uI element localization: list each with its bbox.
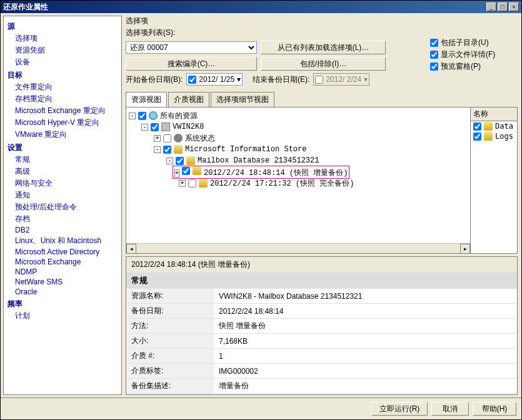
- backup-set-selected[interactable]: 2012/2/24 18:48:14 (快照 增量备份): [204, 169, 348, 178]
- database-icon: [174, 145, 183, 154]
- detail-value: 1: [214, 349, 517, 364]
- tree-checkbox[interactable]: [151, 123, 159, 131]
- file-checkbox[interactable]: [473, 122, 481, 131]
- sidebar-item[interactable]: 存档重定向: [15, 94, 118, 104]
- sidebar-item[interactable]: DB2: [15, 226, 118, 234]
- detail-value: 增量备份: [214, 379, 517, 394]
- sidebar-item[interactable]: NDMP: [15, 268, 118, 276]
- tree-collapse-icon[interactable]: -: [141, 124, 148, 131]
- start-date-label: 开始备份日期(B):: [126, 74, 183, 85]
- sidebar-item[interactable]: Microsoft Exchange 重定向: [15, 106, 118, 116]
- tree-expand-icon[interactable]: +: [179, 180, 186, 187]
- cancel-button[interactable]: 取消: [431, 402, 469, 416]
- tree-collapse-icon[interactable]: -: [129, 112, 136, 119]
- start-date-input[interactable]: 2012/ 1/25 ▾: [186, 73, 243, 86]
- tree-checkbox[interactable]: [138, 112, 146, 120]
- detail-value: 2012/2/24 18:48:14: [214, 304, 517, 319]
- detail-label: 备份集描述:: [126, 379, 214, 394]
- scroll-left-icon[interactable]: ◂: [126, 244, 136, 254]
- preview-pane-checkbox[interactable]: [430, 62, 438, 71]
- mailbox-icon: [186, 156, 195, 165]
- sidebar-item[interactable]: 通知: [15, 190, 118, 201]
- sidebar-item[interactable]: Microsoft Hyper-V 重定向: [15, 118, 118, 128]
- close-button[interactable]: ×: [509, 2, 519, 11]
- detail-section-title: 常规: [126, 272, 517, 289]
- file-list-header[interactable]: 名称: [471, 108, 517, 121]
- sidebar-item[interactable]: 文件重定向: [15, 82, 118, 92]
- tab[interactable]: 介质视图: [168, 92, 209, 107]
- tree-checkbox[interactable]: [182, 167, 190, 175]
- folder-icon: [484, 122, 493, 131]
- sidebar-item[interactable]: 计划: [15, 311, 118, 321]
- run-now-button[interactable]: 立即运行(R): [371, 402, 428, 416]
- gear-icon: [174, 134, 183, 142]
- detail-value: 7,168KB: [214, 334, 517, 349]
- detail-label: 介质标签:: [126, 364, 214, 379]
- detail-label: 介质 #:: [126, 349, 214, 364]
- backup-set-icon: [199, 179, 208, 188]
- minimize-button[interactable]: _: [486, 2, 496, 11]
- include-subdirs-checkbox[interactable]: [430, 39, 438, 47]
- sidebar-item[interactable]: 资源凭据: [15, 45, 118, 56]
- file-list-panel: 名称 Data Logs: [470, 108, 517, 253]
- detail-value: 快照 增量备份: [214, 319, 517, 334]
- load-from-list-button[interactable]: 从已有列表加载选择项(L)…: [261, 41, 386, 54]
- tree-checkbox[interactable]: [163, 134, 171, 142]
- tree-checkbox[interactable]: [176, 157, 184, 165]
- sidebar-item[interactable]: NetWare SMS: [15, 278, 118, 286]
- sidebar-item[interactable]: 预处理/后处理命令: [15, 202, 118, 212]
- detail-value: IMG000002: [214, 364, 517, 379]
- scroll-right-icon[interactable]: ▸: [460, 244, 470, 254]
- selection-list-dropdown[interactable]: 还原 00007: [126, 41, 257, 54]
- chevron-down-icon[interactable]: ▾: [364, 75, 368, 84]
- window-title: 还原作业属性: [3, 2, 48, 12]
- maximize-button[interactable]: □: [498, 2, 508, 11]
- detail-label: 资源名称:: [126, 289, 214, 304]
- sidebar-item[interactable]: 设备: [15, 57, 118, 68]
- sidebar-item[interactable]: 存档: [15, 214, 118, 224]
- tree-expand-icon[interactable]: +: [154, 135, 161, 142]
- sidebar-item[interactable]: 网络与安全: [15, 178, 118, 189]
- detail-panel: 2012/2/24 18:48:14 (快照 增量备份) 常规 资源名称:VWI…: [126, 256, 518, 395]
- help-button[interactable]: 帮助(H): [473, 402, 516, 416]
- tab-content: -所有的资源 -VWIN2K8 +系统状态 -Microsoft Informa…: [126, 107, 518, 254]
- backup-set-icon: [193, 166, 201, 175]
- tab[interactable]: 选择项细节视图: [211, 92, 274, 107]
- end-date-label: 结束备份日期(E):: [253, 74, 309, 85]
- tree-collapse-icon[interactable]: -: [154, 146, 161, 153]
- resource-tree[interactable]: -所有的资源 -VWIN2K8 +系统状态 -Microsoft Informa…: [126, 108, 470, 253]
- horizontal-scrollbar[interactable]: ◂ ▸: [126, 243, 470, 253]
- detail-table: 资源名称:VWIN2K8 - Mailbox Database 21345123…: [126, 289, 517, 395]
- end-date-checkbox[interactable]: [315, 76, 323, 84]
- titlebar: 还原作业属性 _ □ ×: [1, 1, 521, 13]
- sidebar-item[interactable]: Microsoft Active Directory: [15, 248, 118, 256]
- file-checkbox[interactable]: [473, 132, 481, 141]
- sidebar: 源选择项资源凭据设备目标文件重定向存档重定向Microsoft Exchange…: [3, 16, 122, 395]
- end-date-input[interactable]: 2012/ 2/24 ▾: [313, 73, 369, 86]
- tree-collapse-icon[interactable]: -: [166, 158, 173, 164]
- tree-expand-icon[interactable]: +: [174, 169, 179, 178]
- show-details-checkbox[interactable]: [430, 51, 438, 59]
- sidebar-heading[interactable]: 频率: [8, 299, 118, 309]
- sidebar-item[interactable]: VMware 重定向: [15, 129, 118, 140]
- chevron-down-icon[interactable]: ▾: [237, 75, 241, 84]
- sidebar-item[interactable]: 高级: [15, 166, 118, 177]
- detail-header: 2012/2/24 18:48:14 (快照 增量备份): [126, 257, 517, 272]
- sidebar-item[interactable]: 常规: [15, 154, 118, 165]
- search-catalog-button[interactable]: 搜索编录(C)…: [126, 57, 257, 71]
- start-date-checkbox[interactable]: [188, 76, 196, 84]
- sidebar-heading[interactable]: 设置: [8, 142, 118, 153]
- tree-checkbox[interactable]: [188, 179, 196, 188]
- tree-checkbox[interactable]: [163, 146, 171, 154]
- folder-icon: [484, 132, 493, 141]
- sidebar-heading[interactable]: 源: [8, 21, 118, 32]
- sidebar-item[interactable]: Microsoft Exchange: [15, 258, 118, 266]
- sidebar-item[interactable]: Linux、Unix 和 Macintosh: [15, 236, 118, 246]
- detail-label: 大小:: [126, 334, 214, 349]
- detail-label: 备份集编号:: [126, 394, 214, 396]
- include-exclude-button[interactable]: 包括/排除(I)…: [261, 57, 386, 71]
- sidebar-item[interactable]: Oracle: [15, 288, 118, 296]
- sidebar-heading[interactable]: 目标: [8, 70, 118, 81]
- tab[interactable]: 资源视图: [126, 92, 167, 107]
- sidebar-item[interactable]: 选择项: [15, 33, 118, 44]
